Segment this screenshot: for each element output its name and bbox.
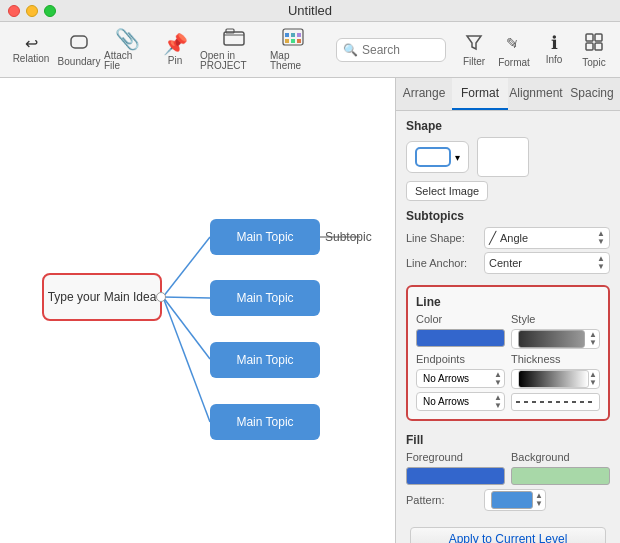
- endpoints-select-2[interactable]: No Arrows ▲ ▼: [416, 392, 505, 411]
- line-shape-stepper[interactable]: ▲ ▼: [597, 228, 605, 248]
- open-in-project-button[interactable]: Open in PROJECT: [200, 26, 268, 74]
- open-project-label: Open in PROJECT: [200, 51, 268, 71]
- tab-format[interactable]: Format: [452, 78, 508, 110]
- map-theme-icon: [282, 28, 304, 49]
- relation-label: Relation: [13, 54, 50, 64]
- svg-line-20: [163, 297, 210, 422]
- format-button[interactable]: ✎/ Format: [496, 26, 532, 74]
- canvas[interactable]: Type your Main Idea Main Topic Main Topi…: [0, 78, 395, 543]
- pin-label: Pin: [168, 56, 182, 66]
- central-node[interactable]: Type your Main Idea: [42, 273, 162, 321]
- right-toolbar-group: Filter ✎/ Format ℹ Info Topic: [456, 26, 612, 74]
- minimize-button[interactable]: [26, 5, 38, 17]
- line-anchor-label: Line Anchor:: [406, 257, 478, 269]
- shape-title: Shape: [406, 119, 610, 133]
- color-group: Color: [416, 313, 505, 349]
- topic-node-2[interactable]: Main Topic: [210, 280, 320, 316]
- subtopics-title: Subtopics: [406, 209, 610, 223]
- endpoints-value-2: No Arrows: [423, 396, 494, 407]
- central-node-dot: [156, 292, 166, 302]
- topic-node-4[interactable]: Main Topic: [210, 404, 320, 440]
- svg-text:/: /: [514, 39, 517, 50]
- tab-spacing[interactable]: Spacing: [564, 78, 620, 110]
- boundary-button[interactable]: Boundary: [56, 26, 102, 74]
- pattern-stepper[interactable]: ▲ ▼: [535, 490, 543, 510]
- search-box[interactable]: 🔍: [336, 38, 446, 62]
- thickness-select[interactable]: ▲ ▼: [511, 369, 600, 389]
- line-anchor-stepper[interactable]: ▲ ▼: [597, 253, 605, 273]
- svg-rect-13: [586, 34, 593, 41]
- info-icon: ℹ: [551, 34, 558, 52]
- style-label: Style: [511, 313, 600, 325]
- angle-icon: ╱: [489, 231, 496, 245]
- attach-file-button[interactable]: 📎 Attach File: [104, 26, 150, 74]
- svg-rect-0: [71, 36, 87, 48]
- topic-button[interactable]: Topic: [576, 26, 612, 74]
- endpoints-select-1[interactable]: No Arrows ▲ ▼: [416, 369, 505, 388]
- background-color-picker[interactable]: [511, 467, 610, 485]
- svg-rect-5: [291, 33, 295, 37]
- boundary-icon: [69, 32, 89, 55]
- info-button[interactable]: ℹ Info: [536, 26, 572, 74]
- line-anchor-value: Center: [489, 257, 597, 269]
- map-theme-button[interactable]: Map Theme: [270, 26, 316, 74]
- info-label: Info: [546, 54, 563, 65]
- thickness-stepper[interactable]: ▲ ▼: [589, 370, 597, 388]
- select-image-button[interactable]: Select Image: [406, 181, 488, 201]
- svg-line-18: [163, 297, 210, 298]
- pin-icon: 📌: [163, 34, 188, 54]
- line-anchor-select[interactable]: Center ▲ ▼: [484, 252, 610, 274]
- attach-file-icon: 📎: [115, 29, 140, 49]
- shape-large-preview: [477, 137, 529, 177]
- close-button[interactable]: [8, 5, 20, 17]
- topic-label-3: Main Topic: [236, 353, 293, 367]
- tab-arrange[interactable]: Arrange: [396, 78, 452, 110]
- tab-alignment[interactable]: Alignment: [508, 78, 564, 110]
- topic-icon: [584, 32, 604, 55]
- fill-title: Fill: [406, 433, 610, 447]
- line-color-picker[interactable]: [416, 329, 505, 347]
- line-title: Line: [416, 295, 600, 309]
- svg-rect-14: [595, 34, 602, 41]
- style-preview: [518, 330, 585, 348]
- topic-node-1[interactable]: Main Topic: [210, 219, 320, 255]
- line-style-select[interactable]: ▲ ▼: [511, 329, 600, 349]
- topic-label-2: Main Topic: [236, 291, 293, 305]
- line-shape-row: Line Shape: ╱ Angle ▲ ▼: [406, 227, 610, 249]
- foreground-color-picker[interactable]: [406, 467, 505, 485]
- dash-pattern-preview[interactable]: [511, 393, 600, 411]
- svg-rect-4: [285, 33, 289, 37]
- shape-area: ▾: [406, 137, 610, 177]
- topic-node-3[interactable]: Main Topic: [210, 342, 320, 378]
- relation-button[interactable]: ↩ Relation: [8, 26, 54, 74]
- right-panel: Arrange Format Alignment Spacing Shape ▾: [395, 78, 620, 543]
- apply-button[interactable]: Apply to Current Level: [410, 527, 606, 543]
- search-icon: 🔍: [343, 43, 358, 57]
- pattern-select[interactable]: ▲ ▼: [484, 489, 546, 511]
- endpoints-stepper-2[interactable]: ▲ ▼: [494, 393, 502, 410]
- filter-icon: [465, 33, 483, 54]
- maximize-button[interactable]: [44, 5, 56, 17]
- style-stepper[interactable]: ▲ ▼: [589, 330, 597, 348]
- foreground-group: Foreground: [406, 451, 505, 485]
- line-section: Line Color Style ▲ ▼: [406, 285, 610, 421]
- line-color-style: Color Style ▲ ▼: [416, 313, 600, 349]
- color-label: Color: [416, 313, 505, 325]
- apply-label: Apply to Current Level: [449, 532, 568, 543]
- endpoints-stepper-1[interactable]: ▲ ▼: [494, 370, 502, 387]
- search-input[interactable]: [362, 43, 442, 57]
- endpoints-label: Endpoints: [416, 353, 505, 365]
- line-shape-select[interactable]: ╱ Angle ▲ ▼: [484, 227, 610, 249]
- thickness-group: Thickness ▲ ▼: [511, 353, 600, 411]
- filter-button[interactable]: Filter: [456, 26, 492, 74]
- subtopics-section: Subtopics Line Shape: ╱ Angle ▲ ▼ Line A…: [406, 209, 610, 277]
- main-area: Type your Main Idea Main Topic Main Topi…: [0, 78, 620, 543]
- attach-file-label: Attach File: [104, 51, 150, 71]
- down-arrow: ▼: [597, 263, 605, 271]
- svg-line-17: [163, 237, 210, 297]
- shape-selector-dropdown[interactable]: ▾: [406, 141, 469, 173]
- title-bar: Untitled: [0, 0, 620, 22]
- window-title: Untitled: [288, 3, 332, 18]
- pin-button[interactable]: 📌 Pin: [152, 26, 198, 74]
- thickness-slider[interactable]: [518, 370, 589, 388]
